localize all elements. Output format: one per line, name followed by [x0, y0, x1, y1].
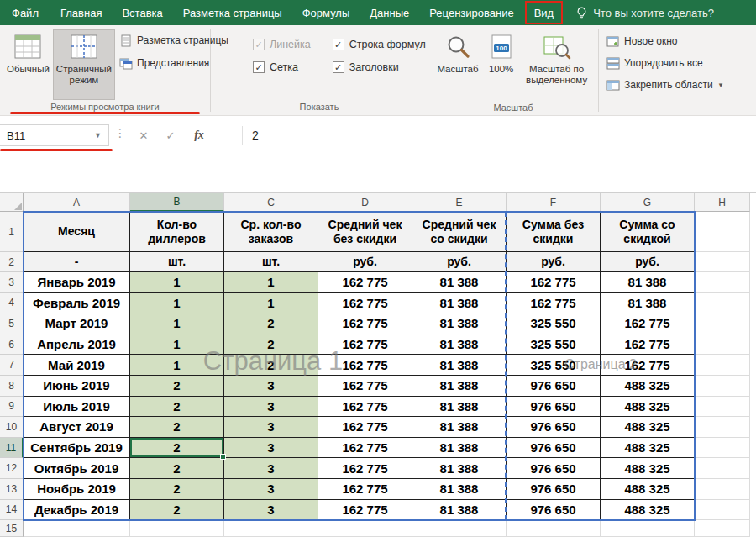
cell-C10[interactable]: 3 [224, 417, 318, 438]
cell-G8[interactable]: 488 325 [601, 376, 695, 397]
cell-H8[interactable] [695, 376, 750, 397]
row-header-11[interactable]: 11 [0, 438, 24, 459]
cell-D14[interactable]: 162 775 [318, 500, 412, 521]
cell-E10[interactable]: 81 388 [412, 417, 507, 438]
cell-H10[interactable] [695, 417, 750, 438]
ruler-checkbox[interactable]: ✓ Линейка [253, 39, 311, 50]
cell-C7[interactable]: 2 [224, 355, 318, 376]
cell-G4[interactable]: 81 388 [601, 293, 695, 314]
row-header-6[interactable]: 6 [0, 334, 24, 355]
cell-D3[interactable]: 162 775 [318, 272, 412, 293]
row-header-9[interactable]: 9 [0, 397, 24, 418]
tab-review[interactable]: Рецензирование [419, 0, 523, 25]
insert-function-icon[interactable]: fx [188, 124, 210, 146]
row-header-3[interactable]: 3 [0, 272, 24, 293]
cell-B3[interactable]: 1 [130, 272, 224, 293]
cell-A15[interactable] [24, 520, 130, 537]
chevron-down-icon[interactable]: ▼ [87, 125, 102, 145]
cell-D8[interactable]: 162 775 [318, 376, 412, 397]
cell-A12[interactable]: Октябрь 2019 [24, 458, 130, 479]
cell-G15[interactable] [601, 520, 695, 537]
cell-B13[interactable]: 2 [130, 479, 224, 500]
cell-E13[interactable]: 81 388 [412, 479, 507, 500]
cell-C13[interactable]: 3 [224, 479, 318, 500]
cell-B11[interactable]: 2 [130, 438, 224, 459]
cell-B15[interactable] [130, 520, 224, 537]
row-header-14[interactable]: 14 [0, 500, 24, 521]
cell-H5[interactable] [695, 313, 750, 334]
cell-E9[interactable]: 81 388 [412, 397, 507, 418]
cell-G14[interactable]: 488 325 [601, 500, 695, 521]
cell-G1[interactable]: Сумма со скидкой [601, 212, 695, 252]
cell-G10[interactable]: 488 325 [601, 417, 695, 438]
cell-D11[interactable]: 162 775 [318, 438, 412, 459]
cell-C6[interactable]: 2 [224, 334, 318, 355]
formula-input[interactable]: 2 [252, 124, 259, 146]
row-header-13[interactable]: 13 [0, 479, 24, 500]
cell-G7[interactable]: 162 775 [601, 355, 695, 376]
cell-D2[interactable]: руб. [318, 252, 412, 272]
cell-H3[interactable] [695, 272, 750, 293]
cell-D12[interactable]: 162 775 [318, 458, 412, 479]
cell-C3[interactable]: 1 [224, 272, 318, 293]
cell-F4[interactable]: 162 775 [507, 293, 601, 314]
cell-C15[interactable] [224, 520, 318, 537]
cell-F8[interactable]: 976 650 [507, 376, 601, 397]
tab-home[interactable]: Главная [50, 0, 112, 25]
cell-B6[interactable]: 1 [130, 334, 224, 355]
row-header-8[interactable]: 8 [0, 376, 24, 397]
cell-B1[interactable]: Кол-во диллеров [130, 212, 224, 252]
tab-page-layout[interactable]: Разметка страницы [173, 0, 292, 25]
cell-A1[interactable]: Месяц [24, 212, 130, 252]
cell-D10[interactable]: 162 775 [318, 417, 412, 438]
column-header-B[interactable]: B [130, 193, 224, 212]
cell-F6[interactable]: 325 550 [507, 334, 601, 355]
cell-G11[interactable]: 488 325 [601, 438, 695, 459]
cell-B4[interactable]: 1 [130, 293, 224, 314]
cell-C12[interactable]: 3 [224, 458, 318, 479]
cell-G6[interactable]: 162 775 [601, 334, 695, 355]
cell-F9[interactable]: 976 650 [507, 397, 601, 418]
cell-H7[interactable] [695, 355, 750, 376]
column-header-D[interactable]: D [318, 193, 412, 212]
cell-A3[interactable]: Январь 2019 [24, 272, 130, 293]
column-header-A[interactable]: A [24, 193, 130, 212]
zoom-to-selection-button[interactable]: Масштаб по выделенному [521, 29, 593, 102]
cell-E15[interactable] [412, 520, 507, 537]
column-header-E[interactable]: E [412, 193, 507, 212]
cell-B5[interactable]: 1 [130, 313, 224, 334]
formula-bar-resize-handle[interactable]: ⋮ [114, 126, 124, 140]
cell-F15[interactable] [507, 520, 601, 537]
cell-H13[interactable] [695, 479, 750, 500]
cell-G2[interactable]: руб. [601, 252, 695, 272]
normal-view-button[interactable]: Обычный [3, 29, 53, 100]
cell-F7[interactable]: 325 550 [507, 355, 601, 376]
cell-E4[interactable]: 81 388 [412, 293, 507, 314]
freeze-panes-button[interactable]: Закрепить области ▾ [602, 76, 727, 94]
cell-A5[interactable]: Март 2019 [24, 313, 130, 334]
row-header-15[interactable]: 15 [0, 520, 24, 537]
column-header-H[interactable]: H [695, 193, 750, 212]
page-break-preview-button[interactable]: Страничный режим [53, 29, 115, 100]
arrange-all-button[interactable]: Упорядочить все [602, 54, 707, 72]
cell-D1[interactable]: Средний чек без скидки [318, 212, 412, 252]
cell-H9[interactable] [695, 397, 750, 418]
cell-A10[interactable]: Август 2019 [24, 417, 130, 438]
cell-C8[interactable]: 3 [224, 376, 318, 397]
name-box[interactable]: B11 ▼ [0, 124, 109, 146]
tab-formulas[interactable]: Формулы [292, 0, 360, 25]
gridlines-checkbox[interactable]: ✓ Сетка [253, 61, 311, 73]
tell-me-box[interactable]: Что вы хотите сделать? [575, 0, 714, 25]
tab-insert[interactable]: Вставка [112, 0, 172, 25]
select-all-corner[interactable] [0, 193, 24, 212]
cell-G3[interactable]: 81 388 [601, 272, 695, 293]
cell-C9[interactable]: 3 [224, 397, 318, 418]
column-header-F[interactable]: F [507, 193, 601, 212]
headings-checkbox[interactable]: ✓ Заголовки [333, 61, 426, 73]
cell-D7[interactable]: 162 775 [318, 355, 412, 376]
zoom-100-button[interactable]: 100 100% [482, 29, 521, 102]
cancel-entry-icon[interactable]: ✕ [133, 124, 155, 146]
cell-F11[interactable]: 976 650 [507, 438, 601, 459]
cell-H6[interactable] [695, 334, 750, 355]
row-header-2[interactable]: 2 [0, 252, 24, 272]
